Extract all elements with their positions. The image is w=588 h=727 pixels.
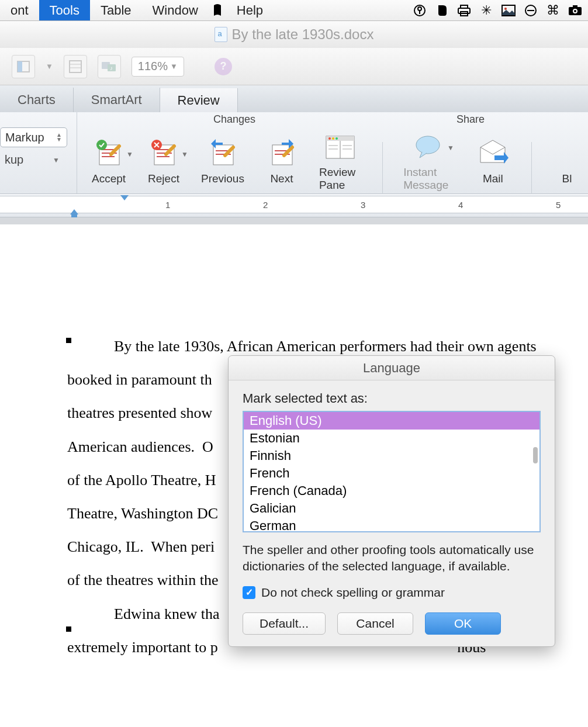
menu-tools[interactable]: Tools [39,0,90,20]
group-share-label: Share [392,113,549,126]
svg-rect-13 [573,5,577,8]
zoom-value: 116% [138,60,168,73]
language-dialog: Language Mark selected text as: English … [228,355,555,647]
language-item-english[interactable]: English (US) [244,412,539,430]
menubar: ont Tools Table Window Help ✳ ⌘ [0,0,588,21]
menu-window[interactable]: Window [142,0,209,20]
checkbox-icon: ✓ [243,586,255,599]
svg-point-7 [504,8,507,10]
document-icon [215,27,227,42]
group-changes-label: Changes [77,113,392,126]
language-item-estonian[interactable]: Estonian [244,430,539,447]
ruler-num-5: 5 [556,200,561,210]
balloon-select[interactable]: kup ▼ [0,153,64,167]
svg-point-41 [332,137,334,140]
svg-point-40 [328,137,331,140]
ruler-num-4: 4 [458,200,463,210]
keychain-icon[interactable] [413,4,427,18]
mark-label: Mark selected text as: [243,391,541,406]
ruler-num-1: 1 [165,200,170,210]
mail-button[interactable]: Mail [472,135,514,186]
language-item-german[interactable]: German [244,517,539,532]
ruler-num-2: 2 [263,200,268,210]
svg-point-26 [96,140,107,150]
ruler-num-3: 3 [361,200,365,210]
first-line-indent-marker[interactable] [120,195,129,200]
ribbon-divider-2 [531,142,532,195]
review-pane-button[interactable]: Review Pane [316,129,365,193]
svg-text:♪: ♪ [110,65,113,71]
zoom-level[interactable]: 116%▼ [132,57,184,77]
document-title: By the late 1930s.docx [232,26,374,43]
svg-point-1 [418,7,421,11]
svg-point-48 [416,136,440,154]
ruler-zone: 1 2 3 4 5 [0,194,588,217]
ribbon: Changes Share Markup ▲▼ kup ▼ ▼ Accept ▼… [0,112,588,194]
svg-point-42 [335,137,338,140]
status-icons: ✳ ⌘ [407,0,588,20]
left-indent-marker[interactable] [71,214,77,217]
accept-label: Accept [92,172,126,185]
dialog-info: The speller and other proofing tools aut… [243,542,541,575]
ok-button[interactable]: OK [425,612,501,635]
checkbox-label: Do not check spelling or grammar [261,586,445,600]
menu-help[interactable]: Help [226,0,274,20]
menu-table[interactable]: Table [90,0,142,20]
svg-rect-16 [70,61,81,72]
language-scrollbar[interactable] [533,447,538,463]
tab-charts[interactable]: Charts [0,88,74,112]
reject-label: Reject [148,172,179,185]
camera-icon[interactable] [568,4,582,18]
next-button[interactable]: Next [261,135,303,186]
reject-button[interactable]: ▼ Reject [143,135,185,186]
page-view-button[interactable] [64,55,87,78]
quick-toolbar: ▼ ♪ 116%▼ ? [0,48,588,85]
ribbon-tabs: Charts SmartArt Review [0,85,588,112]
ribbon-divider [382,142,383,195]
no-entry-icon[interactable] [524,4,538,18]
command-icon[interactable]: ⌘ [546,4,560,18]
picture-icon[interactable] [501,4,516,18]
blog-label: Bl [562,172,572,185]
paragraph-marker-icon [66,626,71,632]
next-label: Next [270,172,293,185]
mail-label: Mail [483,172,503,185]
instant-message-label: Instant Message [403,166,455,192]
titlebar: By the late 1930s.docx [0,21,588,48]
review-pane-label: Review Pane [319,166,361,192]
balloon-value: kup [5,153,23,167]
language-item-finnish[interactable]: Finnish [244,447,539,465]
tab-review[interactable]: Review [160,88,238,113]
language-list[interactable]: English (US) Estonian Finnish French Fre… [243,411,541,532]
script-icon[interactable] [209,0,226,20]
media-button[interactable]: ♪ [98,55,121,78]
spellcheck-toggle[interactable]: ✓ Do not check spelling or grammar [243,586,541,600]
markup-mode-select[interactable]: Markup ▲▼ [0,127,67,147]
cancel-button[interactable]: Cancel [337,612,413,635]
paragraph-marker-icon [66,338,71,343]
menu-font[interactable]: ont [0,0,39,20]
language-item-galician[interactable]: Galician [244,500,539,517]
previous-label: Previous [201,172,244,185]
previous-button[interactable]: Previous [198,135,248,186]
default-button[interactable]: Default... [243,612,326,635]
tab-smartart[interactable]: SmartArt [74,88,160,112]
language-item-french[interactable]: French [244,465,539,482]
brightness-icon[interactable]: ✳ [479,4,493,18]
markup-mode-value: Markup [5,131,44,144]
sidebar-toggle-button[interactable] [12,55,35,78]
help-icon[interactable]: ? [215,58,232,75]
evernote-icon[interactable] [435,4,449,18]
ruler[interactable]: 1 2 3 4 5 [0,196,588,213]
svg-rect-15 [18,61,22,72]
svg-point-12 [574,10,576,12]
dialog-title: Language [229,356,555,380]
language-item-french-canada[interactable]: French (Canada) [244,482,539,500]
accept-button[interactable]: ▼ Accept [88,135,130,186]
blog-button[interactable]: Bl [546,135,588,186]
instant-message-button[interactable]: ▼ Instant Message [400,129,459,193]
printer-icon[interactable] [457,4,471,18]
